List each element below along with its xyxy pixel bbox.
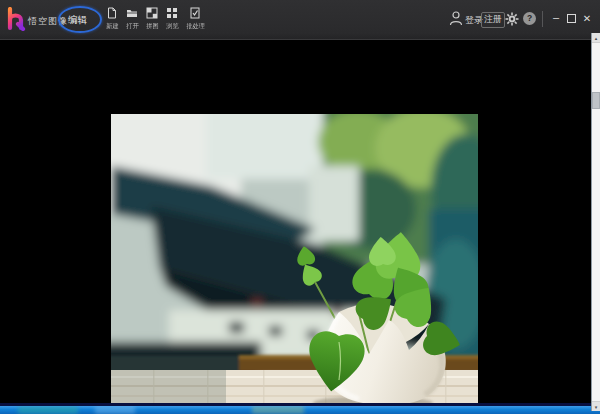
taskbar-blob <box>18 406 78 414</box>
toolbar-browse-label: 浏览 <box>166 22 178 31</box>
scroll-up-button[interactable]: ▴ <box>592 33 600 43</box>
scrollbar-thumb[interactable] <box>592 92 600 109</box>
browse-grid-icon <box>166 7 178 19</box>
help-button[interactable]: ? <box>523 12 536 25</box>
register-link[interactable]: 注册 <box>481 12 505 28</box>
batch-process-icon <box>189 7 201 19</box>
window-controls-separator <box>542 11 543 27</box>
taskbar-blob <box>95 406 135 414</box>
toolbar-new-label: 新建 <box>106 22 118 31</box>
close-button[interactable]: ✕ <box>580 11 594 27</box>
toolbar-batch-button[interactable]: 批处理 <box>182 5 209 31</box>
toolbar: 新建 打开 拼图 浏览 <box>102 5 209 31</box>
taskbar-strip <box>0 406 600 414</box>
collage-layout-icon <box>146 7 158 19</box>
user-icon[interactable] <box>449 10 463 27</box>
toolbar-browse-button[interactable]: 浏览 <box>162 5 182 31</box>
toolbar-open-label: 打开 <box>126 22 138 31</box>
maximize-button[interactable] <box>564 11 578 27</box>
edit-mode-button[interactable]: 编辑 <box>68 14 87 27</box>
app-logo-icon <box>6 7 26 31</box>
new-document-icon <box>106 7 118 19</box>
toolbar-batch-label: 批处理 <box>186 22 205 31</box>
toolbar-open-button[interactable]: 打开 <box>122 5 142 31</box>
taskbar-blob <box>252 406 304 414</box>
maximize-icon <box>567 14 576 23</box>
scroll-down-button[interactable]: ▾ <box>592 401 600 411</box>
toolbar-collage-label: 拼图 <box>146 22 158 31</box>
minimize-button[interactable]: – <box>549 11 563 27</box>
app-name: 悟空图像 <box>28 15 68 28</box>
page-scrollbar[interactable]: ▴ ▾ <box>591 33 600 411</box>
titlebar: 悟空图像 编辑 新建 打开 拼图 <box>0 0 600 40</box>
open-folder-icon <box>126 7 138 19</box>
editor-canvas <box>0 41 600 403</box>
photo-image <box>111 114 478 413</box>
toolbar-new-button[interactable]: 新建 <box>102 5 122 31</box>
settings-gear-icon[interactable] <box>505 12 519 26</box>
toolbar-collage-button[interactable]: 拼图 <box>142 5 162 31</box>
